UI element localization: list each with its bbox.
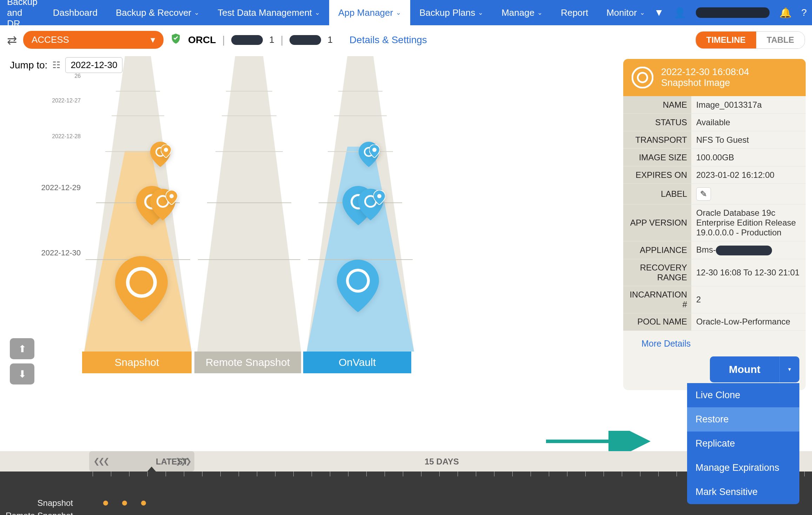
key: INCARNATION # — [623, 286, 691, 313]
swap-icon[interactable]: ⇄ — [7, 33, 17, 47]
snapshot-pin-small[interactable] — [166, 190, 178, 206]
nav-dashboard[interactable]: Dashboard — [44, 0, 107, 25]
menu-replicate[interactable]: Replicate — [687, 432, 799, 456]
key: STATUS — [623, 114, 691, 131]
svg-point-37 — [377, 194, 381, 198]
scrubber-latest-label: LATEST — [156, 457, 188, 467]
key: RECOVERY RANGE — [623, 259, 691, 286]
svg-point-39 — [349, 272, 367, 290]
timeline-toggle[interactable]: TIMELINE — [696, 32, 756, 48]
scroll-buttons: ⬆ ⬇ — [10, 338, 34, 384]
scroll-down-button[interactable]: ⬇ — [10, 363, 34, 384]
key: TRANSPORT — [623, 131, 691, 148]
view-toggle: TIMELINE TABLE — [695, 31, 805, 49]
svg-point-22 — [164, 148, 168, 152]
row-expires-on: EXPIRES ON2023-01-02 16:12:00 — [623, 166, 806, 184]
chevron-left-double-icon[interactable]: ❮❮ — [93, 457, 103, 466]
snapshot-pin-small[interactable] — [161, 145, 171, 159]
key: NAME — [623, 96, 691, 113]
chevron-down-icon: ⌄ — [315, 9, 320, 16]
chevron-down-icon: ⌄ — [396, 9, 401, 16]
access-dropdown[interactable]: ACCESS ▾ — [23, 31, 164, 49]
svg-point-29 — [129, 270, 153, 294]
val: 12-30 16:08 To 12-30 21:01 — [691, 264, 806, 281]
val: 100.00GB — [691, 149, 806, 166]
mount-button[interactable]: Mount — [710, 356, 780, 382]
panel-image-type: Snapshot Image — [661, 78, 749, 88]
mount-button-wrap: Mount ▾ Live Clone Restore Replicate Man… — [623, 356, 806, 390]
val: NFS To Guest — [691, 132, 806, 148]
onvault-pin-small[interactable] — [369, 145, 380, 159]
onvault-pin-large[interactable] — [337, 260, 379, 314]
nav-app-manager[interactable]: App Manager⌄ — [329, 0, 410, 25]
menu-mark-sensitive[interactable]: Mark Sensitive — [687, 480, 799, 504]
table-toggle[interactable]: TABLE — [756, 32, 805, 48]
nav-backup-plans[interactable]: Backup Plans⌄ — [410, 0, 492, 25]
svg-point-42 — [639, 74, 646, 81]
chevron-down-icon: ⌄ — [478, 9, 483, 16]
onvault-pin-small[interactable] — [373, 190, 385, 206]
database-name: ORCL — [188, 34, 216, 46]
nav-test-data-mgmt[interactable]: Test Data Management⌄ — [208, 0, 329, 25]
date-tick: 2022-12-30 — [41, 248, 81, 258]
key: LABEL — [623, 184, 691, 204]
key: APPLIANCE — [623, 241, 691, 259]
nav-label: App Manager — [338, 7, 393, 18]
nav-manage[interactable]: Manage⌄ — [492, 0, 552, 25]
snapshot-type-icon — [632, 67, 653, 88]
user-badge[interactable] — [696, 7, 770, 18]
image-details-panel: 2022-12-30 16:08:04 Snapshot Image NAMEI… — [623, 59, 806, 390]
edit-label-button[interactable]: ✎ — [696, 187, 711, 201]
snapshot-pin-selected[interactable] — [115, 256, 168, 323]
separator: | — [281, 34, 284, 46]
dot-icon[interactable] — [103, 501, 108, 506]
nav-right: ▼ 👤 🔔 ? — [654, 7, 807, 19]
val: 2 — [691, 291, 806, 308]
host1-suffix: 1 — [269, 34, 274, 45]
lane-snapshot-label: Snapshot — [82, 352, 192, 373]
shield-check-icon — [170, 33, 182, 47]
key: EXPIRES ON — [623, 166, 691, 183]
scrubber-15days-label: 15 DAYS — [425, 457, 459, 467]
scrub-lane-label: Snapshot — [0, 498, 79, 508]
nav-items: Dashboard Backup & Recover⌄ Test Data Ma… — [44, 0, 654, 25]
menu-restore[interactable]: Restore — [687, 407, 799, 432]
chevron-down-icon: ⌄ — [194, 9, 199, 16]
filter-icon[interactable]: ▼ — [654, 7, 664, 18]
menu-live-clone[interactable]: Live Clone — [687, 383, 799, 407]
scroll-up-button[interactable]: ⬆ — [10, 338, 34, 359]
sub-bar: ⇄ ACCESS ▾ ORCL | 1 | 1 Details & Settin… — [0, 25, 812, 54]
app-title: Backup and DR — [7, 0, 38, 29]
menu-manage-expirations[interactable]: Manage Expirations — [687, 456, 799, 480]
mount-dropdown-toggle[interactable]: ▾ — [780, 356, 799, 382]
nav-monitor[interactable]: Monitor⌄ — [597, 0, 654, 25]
val: Bms- — [691, 241, 806, 259]
calendar-icon[interactable]: ☷ — [52, 60, 60, 71]
user-icon[interactable]: 👤 — [674, 7, 686, 19]
detail-rows: NAMEImage_0013317a STATUSAvailable TRANS… — [623, 96, 806, 331]
nav-backup-recover[interactable]: Backup & Recover⌄ — [107, 0, 208, 25]
chevron-left-icon[interactable]: ❮ — [103, 457, 108, 466]
lane-onvault-label: OnVault — [303, 352, 411, 373]
nav-label: Monitor — [606, 7, 637, 18]
val: Image_0013317a — [691, 96, 806, 113]
panel-header: 2022-12-30 16:08:04 Snapshot Image — [623, 59, 806, 96]
nav-label: Manage — [501, 7, 534, 18]
host2-suffix: 1 — [327, 34, 332, 45]
details-settings-link[interactable]: Details & Settings — [350, 34, 427, 46]
mount-dropdown-menu: Live Clone Restore Replicate Manage Expi… — [687, 383, 799, 504]
help-icon[interactable]: ? — [801, 7, 807, 18]
panel-timestamp: 2022-12-30 16:08:04 — [661, 67, 749, 78]
dot-icon[interactable] — [122, 501, 127, 506]
row-transport: TRANSPORTNFS To Guest — [623, 131, 806, 149]
nav-report[interactable]: Report — [552, 0, 597, 25]
val: ✎ — [691, 184, 806, 204]
row-recovery-range: RECOVERY RANGE12-30 16:08 To 12-30 21:01 — [623, 259, 806, 286]
more-details-link[interactable]: More Details — [623, 331, 806, 356]
row-name: NAMEImage_0013317a — [623, 96, 806, 114]
nav-label: Report — [561, 7, 588, 18]
pencil-icon: ✎ — [700, 189, 707, 199]
dot-icon[interactable] — [141, 501, 146, 506]
bell-icon[interactable]: 🔔 — [779, 7, 792, 19]
nav-label: Backup Plans — [419, 7, 475, 18]
